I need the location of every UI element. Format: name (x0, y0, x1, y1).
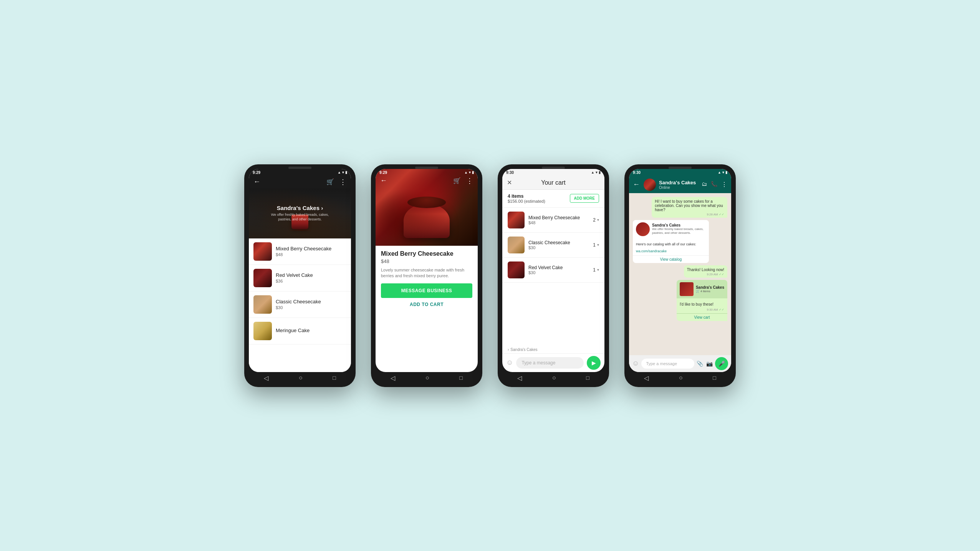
cart-add-more-btn[interactable]: ADD MORE (570, 194, 599, 203)
phone2-message-business-btn[interactable]: MESSAGE BUSINESS (381, 283, 472, 298)
phone1-nav-back[interactable]: ◁ (264, 374, 268, 382)
phone4-chat-header: ← Sandra's Cakes Online 🗂 📞 ⋮ (629, 176, 731, 193)
phone4-chat-bottom-bar: ☺ Type a message 📎 📷 🎤 (629, 355, 731, 372)
order-card-info: Sandra's Cakes 🛒 4 items (696, 285, 724, 293)
phone3-nav-home[interactable]: ○ (552, 374, 556, 381)
send-icon: ▶ (592, 360, 596, 366)
more-icon[interactable]: ⋮ (721, 181, 727, 188)
phone-3-screen: 9:30 ▲ ▾ ▮ ✕ Your cart 4 items $156.00 (… (502, 169, 604, 372)
catalog-item-2-name: Classic Cheesecake (276, 299, 346, 304)
catalog-item-1[interactable]: Red Velvet Cake $36 (249, 265, 351, 291)
catalog-item-3-info: Meringue Cake (276, 328, 346, 334)
cart-item-1-price: $30 (528, 245, 589, 250)
cart-business-label[interactable]: › Sandra's Cakes (502, 346, 604, 353)
catalog-item-3-image (253, 322, 272, 340)
phone4-nav-recents[interactable]: □ (713, 375, 716, 381)
cart-item-1-name: Classic Cheesecake (528, 240, 589, 245)
camera-icon[interactable]: 📷 (706, 361, 713, 367)
phone4-nav-home[interactable]: ○ (679, 374, 683, 381)
phone2-cart-icon[interactable]: 🛒 (453, 177, 461, 184)
chat-contact-status: Online (659, 185, 696, 190)
cart-item-0-price: $48 (528, 220, 589, 225)
phone3-nav-recents[interactable]: □ (586, 375, 589, 381)
cart-send-btn[interactable]: ▶ (587, 356, 601, 370)
phone1-nav-home[interactable]: ○ (299, 374, 303, 381)
signal-icon: ▲ (464, 170, 468, 174)
chat-mic-btn[interactable]: 🎤 (715, 357, 728, 370)
phone4-chat-messages: Hi! I want to buy some cakes for a celeb… (629, 193, 731, 355)
catalog-icon[interactable]: 🗂 (702, 181, 707, 188)
order-card-view-cart[interactable]: View cart (677, 313, 727, 321)
catalog-item-2-info: Classic Cheesecake $30 (276, 299, 346, 310)
cart-item-2-qty[interactable]: 1 ▾ (593, 267, 599, 273)
cart-message-input[interactable]: Type a message (516, 357, 584, 369)
cart-item-2-image (508, 261, 525, 278)
chat-emoji-icon[interactable]: ☺ (632, 359, 639, 367)
catalog-item-2[interactable]: Classic Cheesecake $30 (249, 291, 351, 318)
chat-back-btn[interactable]: ← (633, 180, 640, 189)
phone3-bottom-bar: ☺ Type a message ▶ (502, 353, 604, 372)
phone2-nav-home[interactable]: ○ (425, 374, 429, 381)
cart-item-2-price: $30 (528, 270, 589, 275)
phone3-nav-back[interactable]: ◁ (517, 374, 522, 382)
phone1-bottom-nav: ◁ ○ □ (249, 372, 351, 382)
phone2-nav-back[interactable]: ◁ (391, 374, 395, 382)
phone2-top-icons: 🛒 ⋮ (453, 177, 473, 185)
cart-close-btn[interactable]: ✕ (507, 179, 512, 186)
chat-message-input[interactable]: Type a message (641, 359, 694, 369)
phone3-status-bar: 9:30 ▲ ▾ ▮ (502, 169, 604, 176)
phone2-product-name: Mixed Berry Cheesecake (381, 250, 472, 257)
phone1-status-icons: ▲ ▾ ▮ (338, 170, 347, 174)
phone-4: 9:30 ▲ ▾ ▮ ← Sandra's Cakes Online 🗂 📞 (624, 164, 736, 387)
phone2-add-to-cart-btn[interactable]: ADD TO CART (381, 298, 472, 311)
chat-catalog-card-header: Sandra's Cakes We offer freshly baked br… (633, 220, 709, 238)
phone3-bottom-nav: ◁ ○ □ (502, 372, 604, 382)
chevron-right-icon: › (508, 347, 509, 352)
phone4-nav-back[interactable]: ◁ (644, 374, 649, 382)
phone1-nav-recents[interactable]: □ (333, 375, 336, 381)
phone3-cart-items: Mixed Berry Cheesecake $48 2 ▾ Classic C… (502, 208, 604, 346)
phone1-top-nav: ← 🛒 ⋮ (249, 176, 351, 189)
cart-business-name: Sandra's Cakes (510, 347, 537, 352)
cart-icon-small: 🛒 (696, 290, 700, 293)
phone1-top-icons: 🛒 ⋮ (326, 178, 346, 186)
chat-catalog-card: Sandra's Cakes We offer freshly baked br… (633, 220, 709, 263)
cart-item-1-qty-value: 1 (593, 242, 596, 248)
view-cart-label: View cart (694, 315, 710, 319)
catalog-item-0-image (253, 242, 272, 261)
phone2-nav-recents[interactable]: □ (459, 375, 462, 381)
phone1-time: 9:29 (253, 170, 260, 175)
chat-avatar (644, 179, 656, 191)
cart-item-0-qty[interactable]: 2 ▾ (593, 217, 599, 223)
phone4-status-bar: 9:30 ▲ ▾ ▮ (629, 169, 731, 176)
catalog-card-text: Here's our catalog with all of our cakes… (633, 238, 709, 255)
phone3-time: 9:30 (506, 170, 514, 175)
emoji-icon[interactable]: ☺ (506, 359, 513, 367)
catalog-card-link: wa.com/sandracake (636, 249, 667, 253)
catalog-item-3-name: Meringue Cake (276, 328, 346, 333)
phone4-bottom-nav: ◁ ○ □ (629, 372, 731, 382)
phone-1-screen: 9:29 ▲ ▾ ▮ ← 🛒 ⋮ (249, 169, 351, 372)
catalog-item-0[interactable]: Mixed Berry Cheesecake $48 (249, 238, 351, 265)
phones-container: 9:29 ▲ ▾ ▮ ← 🛒 ⋮ (214, 141, 766, 410)
cart-item-1-qty[interactable]: 1 ▾ (593, 242, 599, 248)
phone2-time: 9:29 (379, 170, 387, 175)
cart-items-count: 4 items (508, 194, 545, 199)
paperclip-icon[interactable]: 📎 (697, 361, 703, 367)
phone1-back-btn[interactable]: ← (253, 178, 260, 186)
phone1-more-icon[interactable]: ⋮ (339, 178, 346, 186)
phone1-cart-icon[interactable]: 🛒 (326, 178, 334, 185)
phone2-more-icon[interactable]: ⋮ (466, 177, 473, 185)
cart-item-2-name: Red Velvet Cake (528, 265, 589, 270)
catalog-item-2-image (253, 295, 272, 314)
video-call-icon[interactable]: 📞 (711, 181, 717, 188)
phone2-status-icons: ▲ ▾ ▮ (464, 170, 474, 175)
catalog-card-view-link[interactable]: View catalog (633, 255, 709, 263)
cart-item-2-info: Red Velvet Cake $30 (528, 265, 589, 275)
chat-msg-0-text: Hi! I want to buy some cakes for a celeb… (655, 199, 723, 212)
chat-msg-2-time: 9:29 AM ✓✓ (687, 273, 724, 276)
phone3-status-icons: ▲ ▾ ▮ (591, 170, 601, 175)
catalog-item-3[interactable]: Meringue Cake (249, 318, 351, 344)
phone2-back-btn[interactable]: ← (380, 177, 387, 185)
chat-msg-0: Hi! I want to buy some cakes for a celeb… (652, 197, 727, 218)
